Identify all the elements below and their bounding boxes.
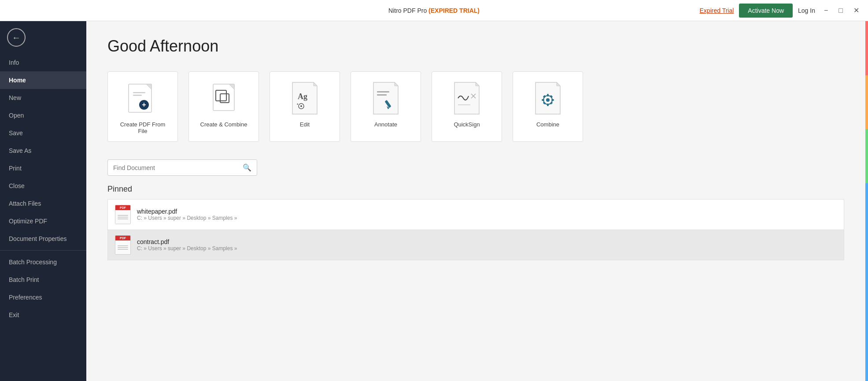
close-button[interactable]: ✕: [850, 5, 863, 15]
sidebar-nav: Info Home New Open Save Save As Print Cl…: [0, 54, 86, 381]
annotate-svg: [370, 81, 402, 116]
pinned-item-contract[interactable]: PDF contract.pdf C: » Users » super » De…: [107, 229, 844, 260]
sidebar-item-open[interactable]: Open: [0, 107, 86, 124]
create-combine-svg: [208, 81, 240, 116]
search-bar: 🔍: [107, 159, 257, 176]
sidebar-item-exit[interactable]: Exit: [0, 306, 86, 324]
pinned-name-contract: contract.pdf: [137, 238, 237, 245]
pinned-info-contract: contract.pdf C: » Users » super » Deskto…: [137, 238, 237, 252]
sidebar-item-close[interactable]: Close: [0, 177, 86, 195]
minimize-button[interactable]: −: [820, 6, 831, 15]
combine-label: Combine: [536, 121, 559, 128]
create-pdf-svg: +: [127, 81, 159, 116]
search-button[interactable]: 🔍: [243, 163, 251, 172]
pinned-label: Pinned: [107, 185, 844, 194]
create-combine-icon: [206, 81, 241, 116]
pinned-info-whitepaper: whitepaper.pdf C: » Users » super » Desk…: [137, 208, 237, 221]
sidebar-item-info[interactable]: Info: [0, 54, 86, 71]
annotate-label: Annotate: [374, 121, 397, 128]
sidebar-item-batch-processing[interactable]: Batch Processing: [0, 253, 86, 271]
svg-marker-17: [395, 82, 398, 86]
quicksign-icon: [449, 81, 484, 116]
window-controls-group: − □ ✕: [820, 5, 863, 15]
pdf-thumbnail-contract: PDF: [115, 235, 131, 255]
svg-marker-23: [476, 82, 479, 86]
pinned-list: PDF whitepaper.pdf C: » Users » super » …: [107, 199, 844, 260]
svg-text:+: +: [142, 101, 146, 108]
svg-marker-16: [373, 82, 398, 114]
action-card-create-combine[interactable]: Create & Combine: [188, 71, 259, 142]
pinned-item-whitepaper[interactable]: PDF whitepaper.pdf C: » Users » super » …: [107, 199, 844, 229]
svg-rect-32: [547, 104, 549, 106]
svg-text:Ag: Ag: [298, 92, 307, 101]
quicksign-svg: [451, 81, 483, 116]
edit-icon: Ag: [287, 81, 322, 116]
greeting-text: Good Afternoon: [107, 37, 844, 55]
sidebar: ← Info Home New Open Save Save As Print …: [0, 21, 86, 381]
combine-icon: [530, 81, 565, 116]
sidebar-item-preferences[interactable]: Preferences: [0, 289, 86, 306]
svg-rect-6: [213, 84, 234, 111]
svg-rect-5: [133, 95, 142, 96]
svg-rect-18: [377, 91, 389, 92]
sidebar-item-batch-print[interactable]: Batch Print: [0, 271, 86, 289]
sidebar-item-home[interactable]: Home: [0, 71, 86, 89]
svg-rect-19: [377, 94, 387, 96]
back-button[interactable]: ←: [7, 28, 26, 47]
app-title: Nitro PDF Pro (EXPIRED TRIAL): [388, 7, 480, 14]
action-card-edit[interactable]: Ag Edit: [270, 71, 340, 142]
create-combine-label: Create & Combine: [200, 121, 247, 128]
svg-rect-4: [133, 92, 145, 93]
content-area: Good Afternoon + Create PDF From Fil: [86, 21, 865, 381]
login-button[interactable]: Log In: [798, 7, 815, 14]
create-pdf-label: Create PDF From File: [115, 121, 170, 134]
trial-status-text: (EXPIRED TRIAL): [428, 7, 480, 14]
sidebar-item-optimize-pdf[interactable]: Optimize PDF: [0, 212, 86, 230]
quick-actions: + Create PDF From File: [107, 71, 844, 142]
sidebar-item-save[interactable]: Save: [0, 124, 86, 142]
app-name-text: Nitro PDF Pro: [388, 7, 427, 14]
svg-marker-28: [557, 82, 560, 86]
svg-rect-34: [551, 99, 554, 101]
pinned-name-whitepaper: whitepaper.pdf: [137, 208, 237, 215]
activate-now-button[interactable]: Activate Now: [739, 4, 793, 18]
quicksign-label: QuickSign: [454, 121, 480, 128]
sidebar-item-print[interactable]: Print: [0, 159, 86, 177]
svg-rect-0: [129, 84, 151, 112]
main-layout: ← Info Home New Open Save Save As Print …: [0, 21, 868, 381]
svg-point-14: [300, 105, 302, 107]
sidebar-item-save-as[interactable]: Save As: [0, 142, 86, 159]
maximize-button[interactable]: □: [835, 6, 846, 15]
edit-label: Edit: [300, 121, 310, 128]
sidebar-back: ←: [0, 21, 86, 54]
search-input[interactable]: [113, 164, 243, 171]
combine-svg: [532, 81, 564, 116]
annotate-icon: [368, 81, 403, 116]
svg-marker-11: [314, 82, 317, 86]
action-card-annotate[interactable]: Annotate: [351, 71, 421, 142]
search-section: 🔍: [107, 159, 844, 176]
title-bar: Nitro PDF Pro (EXPIRED TRIAL) Expired Tr…: [0, 0, 868, 21]
svg-rect-31: [547, 94, 549, 96]
action-card-quicksign[interactable]: QuickSign: [432, 71, 502, 142]
action-card-create-pdf[interactable]: + Create PDF From File: [107, 71, 178, 142]
svg-rect-33: [542, 99, 544, 101]
title-bar-right: Expired Trial Activate Now Log In − □ ✕: [700, 4, 863, 18]
action-card-combine[interactable]: Combine: [513, 71, 583, 142]
pdf-thumbnail-whitepaper: PDF: [115, 205, 131, 224]
sidebar-divider: [0, 250, 86, 251]
svg-point-30: [546, 98, 550, 102]
right-edge-bar: [865, 21, 868, 381]
sidebar-item-document-properties[interactable]: Document Properties: [0, 230, 86, 248]
expired-trial-link[interactable]: Expired Trial: [700, 7, 734, 14]
pinned-path-whitepaper: C: » Users » super » Desktop » Samples »: [137, 215, 237, 221]
create-pdf-icon: +: [125, 81, 160, 116]
sidebar-item-attach-files[interactable]: Attach Files: [0, 195, 86, 212]
pinned-path-contract: C: » Users » super » Desktop » Samples »: [137, 245, 237, 252]
pinned-section: Pinned PDF whitepaper.pdf C: » Use: [107, 185, 844, 260]
sidebar-item-new[interactable]: New: [0, 89, 86, 107]
edit-svg: Ag: [289, 81, 321, 116]
